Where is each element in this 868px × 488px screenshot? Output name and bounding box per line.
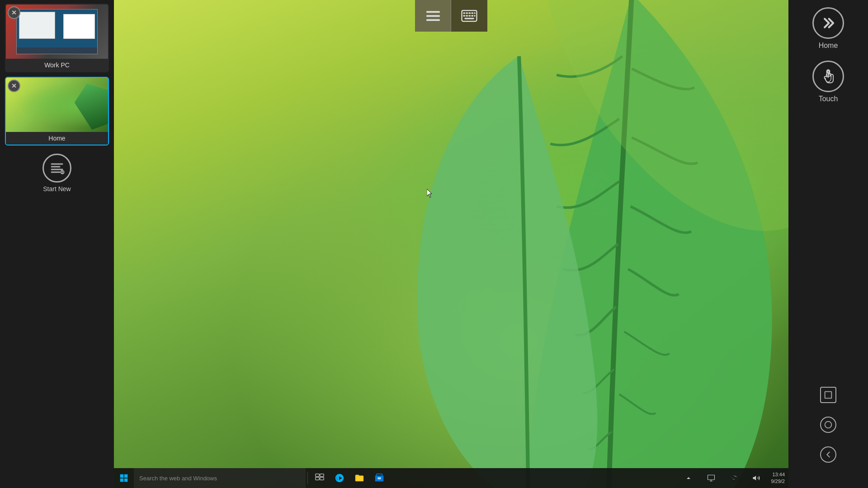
taskbar: Search the web and Windows <box>114 468 788 488</box>
file-explorer-icon <box>354 473 364 483</box>
svg-rect-20 <box>472 15 474 17</box>
home-leaf-preview <box>6 78 108 132</box>
svg-rect-15 <box>472 13 474 14</box>
svg-rect-14 <box>469 13 471 14</box>
svg-rect-35 <box>825 392 832 399</box>
list-svg-icon <box>49 160 65 176</box>
edge-icon <box>335 473 344 483</box>
menu-icon <box>425 8 441 24</box>
home-right-label: Home <box>819 42 838 50</box>
taskbar-search-placeholder: Search the web and Windows <box>139 475 217 482</box>
list-icon <box>42 154 71 183</box>
svg-rect-30 <box>320 477 324 480</box>
edge-browser-button[interactable] <box>330 468 349 488</box>
svg-rect-24 <box>124 474 128 478</box>
back-triangle-icon <box>823 450 833 460</box>
clock-date: 9/29/2 <box>771 478 785 485</box>
tray-chevron-icon <box>686 475 691 481</box>
home-thumbnail <box>6 78 108 132</box>
close-home-button[interactable]: ✕ <box>8 80 20 92</box>
svg-rect-17 <box>463 15 466 17</box>
right-sidebar: Home Touch <box>788 0 868 488</box>
square-nav-icon <box>823 390 833 400</box>
taskbar-separator-1 <box>307 472 308 484</box>
store-button[interactable] <box>369 468 389 488</box>
svg-rect-13 <box>466 13 468 14</box>
task-view-icon <box>315 474 324 483</box>
svg-rect-23 <box>120 474 124 478</box>
svg-rect-6 <box>62 171 63 174</box>
session-card-workpc[interactable]: ✕ Work PC <box>5 4 109 72</box>
start-new-button[interactable]: Start New <box>42 154 71 192</box>
svg-rect-27 <box>316 474 319 477</box>
home-label: Home <box>6 132 108 145</box>
back-nav-button[interactable] <box>820 446 836 463</box>
keyboard-toolbar-button[interactable] <box>451 0 487 32</box>
taskbar-clock[interactable]: 13:44 9/29/2 <box>771 471 788 485</box>
tray-overflow-button[interactable] <box>679 468 698 488</box>
leaf-svg-overlay <box>350 0 788 488</box>
circle-nav-icon <box>823 420 833 430</box>
svg-rect-10 <box>426 19 440 21</box>
svg-rect-3 <box>51 172 61 173</box>
main-content: Search the web and Windows <box>114 0 788 488</box>
touch-right-button[interactable]: Touch <box>812 61 844 103</box>
windows-logo-icon <box>119 474 128 483</box>
workpc-screen-preview <box>16 9 98 54</box>
svg-rect-8 <box>426 11 440 13</box>
tray-volume-button[interactable] <box>746 468 766 488</box>
network-icon <box>730 474 738 482</box>
top-toolbar <box>415 0 487 32</box>
home-nav-button[interactable] <box>820 417 836 433</box>
svg-rect-28 <box>320 474 324 477</box>
home-right-button[interactable]: Home <box>812 7 844 50</box>
volume-icon <box>752 474 760 482</box>
svg-rect-22 <box>465 18 474 19</box>
svg-rect-26 <box>124 479 128 482</box>
system-tray <box>674 468 771 488</box>
session-card-home[interactable]: ✕ Home <box>5 77 109 145</box>
svg-rect-12 <box>463 13 466 14</box>
svg-rect-25 <box>120 479 124 482</box>
file-explorer-button[interactable] <box>349 468 369 488</box>
svg-point-36 <box>825 422 832 428</box>
touch-right-label: Touch <box>819 95 838 103</box>
svg-rect-0 <box>51 164 63 165</box>
wallpaper <box>114 0 788 488</box>
clock-time: 13:44 <box>771 471 785 478</box>
svg-rect-18 <box>466 15 468 17</box>
svg-rect-31 <box>377 477 381 479</box>
display-icon <box>707 474 715 482</box>
workpc-window-preview <box>19 12 55 39</box>
keyboard-icon <box>461 8 477 24</box>
fast-forward-icon <box>820 14 837 32</box>
recents-nav-button[interactable] <box>820 387 836 403</box>
right-nav-icons <box>820 387 836 481</box>
taskbar-search-bar[interactable]: Search the web and Windows <box>134 468 306 488</box>
svg-rect-21 <box>474 15 476 17</box>
menu-toolbar-button[interactable] <box>415 0 451 32</box>
svg-rect-32 <box>708 475 715 480</box>
close-workpc-button[interactable]: ✕ <box>8 6 20 19</box>
start-new-label: Start New <box>43 185 71 192</box>
svg-point-34 <box>827 70 830 73</box>
svg-rect-2 <box>51 169 63 170</box>
svg-marker-33 <box>753 476 756 481</box>
store-icon <box>374 473 384 483</box>
task-view-button[interactable] <box>310 468 330 488</box>
touch-icon <box>820 68 837 85</box>
workpc-label: Work PC <box>6 59 108 71</box>
svg-rect-19 <box>469 15 471 17</box>
touch-circle-icon <box>812 61 844 92</box>
svg-rect-1 <box>51 166 61 168</box>
workpc-thumbnail <box>6 5 108 59</box>
svg-rect-9 <box>426 15 440 17</box>
left-sidebar: ✕ Work PC ✕ Home S <box>0 0 114 488</box>
tray-network-button[interactable] <box>724 468 744 488</box>
start-button[interactable] <box>114 468 134 488</box>
tray-display-button[interactable] <box>701 468 721 488</box>
workpc-calendar-preview <box>63 14 95 39</box>
svg-rect-16 <box>474 13 476 14</box>
svg-rect-29 <box>316 477 319 480</box>
home-circle-icon <box>812 7 844 39</box>
